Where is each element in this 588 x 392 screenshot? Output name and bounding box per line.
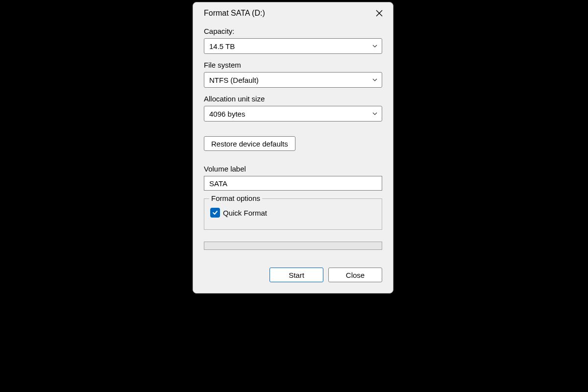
chevron-down-icon xyxy=(372,43,378,49)
filesystem-value: NTFS (Default) xyxy=(209,76,259,84)
volume-label-label: Volume label xyxy=(204,165,382,173)
restore-defaults-button[interactable]: Restore device defaults xyxy=(204,136,295,151)
capacity-select[interactable]: 14.5 TB xyxy=(204,38,382,54)
start-button[interactable]: Start xyxy=(270,268,323,282)
format-dialog: Format SATA (D:) Capacity: 14.5 TB File … xyxy=(193,2,393,294)
volume-label-input[interactable] xyxy=(204,176,382,191)
filesystem-label: File system xyxy=(204,61,382,69)
allocation-value: 4096 bytes xyxy=(209,110,245,118)
progress-bar xyxy=(204,242,382,250)
format-options-group: Format options Quick Format xyxy=(204,198,382,230)
close-icon[interactable] xyxy=(373,7,385,19)
dialog-body: Capacity: 14.5 TB File system NTFS (Defa… xyxy=(193,23,393,293)
dialog-title: Format SATA (D:) xyxy=(204,9,265,18)
allocation-select[interactable]: 4096 bytes xyxy=(204,106,382,122)
filesystem-select[interactable]: NTFS (Default) xyxy=(204,72,382,88)
quick-format-label: Quick Format xyxy=(223,209,267,217)
allocation-label: Allocation unit size xyxy=(204,95,382,103)
capacity-label: Capacity: xyxy=(204,27,382,35)
chevron-down-icon xyxy=(372,77,378,83)
close-button[interactable]: Close xyxy=(328,268,382,282)
dialog-footer: Start Close xyxy=(204,268,382,282)
quick-format-checkbox[interactable] xyxy=(210,208,220,218)
chevron-down-icon xyxy=(372,111,378,117)
titlebar: Format SATA (D:) xyxy=(193,2,393,23)
capacity-value: 14.5 TB xyxy=(209,42,235,50)
format-options-legend: Format options xyxy=(209,194,262,202)
